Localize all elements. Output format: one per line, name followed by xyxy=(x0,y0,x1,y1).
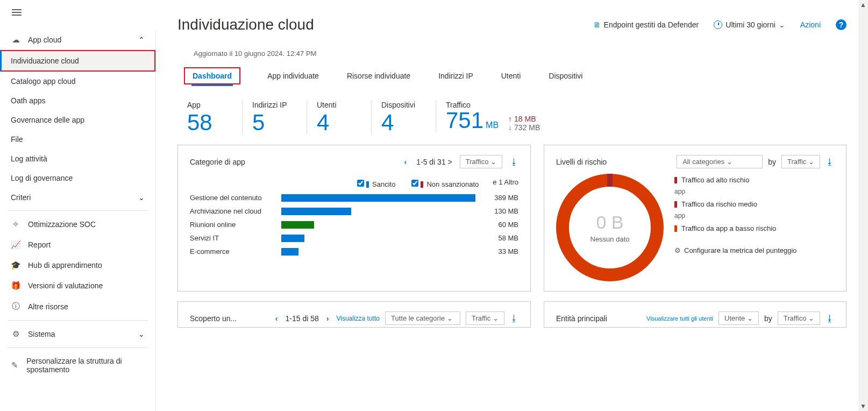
tab-dashboard[interactable]: Dashboard xyxy=(191,67,233,86)
bar-value: 33 MB xyxy=(481,247,518,256)
tab-dashboard-highlight: Dashboard xyxy=(184,67,240,84)
bar-track xyxy=(281,221,475,229)
download-icon[interactable]: ⭳ xyxy=(510,314,518,323)
stat-value: 4 xyxy=(381,111,419,134)
sidebar-item-label: Catalogo app cloud xyxy=(11,77,76,86)
bar-fill xyxy=(281,208,351,215)
scroll-down-icon[interactable]: ▼ xyxy=(859,401,867,411)
tab-utenti[interactable]: Utenti xyxy=(500,67,522,84)
sidebar-divider xyxy=(8,320,148,321)
sidebar-group-app-cloud[interactable]: ☁ App cloud ⌃ xyxy=(0,30,155,50)
view-all-link[interactable]: Visualizza tutto xyxy=(336,315,380,322)
tab-app-individuate[interactable]: App individuate xyxy=(266,67,320,84)
by-label: by xyxy=(768,158,776,166)
stat-ip[interactable]: Indirizzi IP 5 xyxy=(242,101,290,134)
risk-metric-select[interactable]: Traffic ⌄ xyxy=(781,155,820,168)
discovered-card: Scoperto un... ‹ 1-15 di 58 › Visualizza… xyxy=(177,301,531,328)
endpoint-label: Endpoint gestiti da Defender xyxy=(604,20,699,29)
bar-fill xyxy=(281,221,314,229)
risk-category-select[interactable]: All categories ⌄ xyxy=(677,155,763,168)
sidebar-item-label: Log di governance xyxy=(11,174,73,182)
download-icon[interactable]: ⭳ xyxy=(510,157,518,167)
sidebar-item-sistema[interactable]: ⚙ Sistema ⌄ xyxy=(0,324,155,344)
sidebar-item-label: Governance delle app xyxy=(11,116,84,124)
actions-menu[interactable]: Azioni xyxy=(800,20,821,29)
configure-score-link[interactable]: Configurare la metrica del punteggio xyxy=(674,244,797,257)
sort-select[interactable]: Traffico ⌄ xyxy=(460,155,502,168)
tab-risorse-individuate[interactable]: Risorse individuate xyxy=(346,67,411,84)
sidebar-item-altre-risorse[interactable]: ⓘ Altre risorse xyxy=(0,296,155,317)
bar-track xyxy=(281,208,475,215)
risk-high-label: Traffico ad alto rischio xyxy=(674,174,797,186)
chevron-down-icon: ⌄ xyxy=(138,193,145,202)
sidebar-item-oath-apps[interactable]: Oath apps xyxy=(0,91,155,110)
help-icon[interactable]: ? xyxy=(836,19,846,30)
traffic-upload: ↑18 MB xyxy=(508,115,540,123)
sidebar-item-file[interactable]: File xyxy=(0,130,155,149)
stat-label: Utenti xyxy=(317,101,355,109)
timerange-selector[interactable]: Ultimi 30 giorni ⌄ xyxy=(714,20,785,29)
sidebar-item-report[interactable]: 📈 Report xyxy=(0,235,155,255)
sidebar-item-individuazione-cloud[interactable]: Individuazione cloud xyxy=(0,50,155,72)
pager-prev[interactable]: ‹ xyxy=(273,314,280,323)
tab-indirizzi-ip[interactable]: Indirizzi IP xyxy=(437,67,474,84)
donut-value: 0 B xyxy=(596,212,623,233)
legend-non-sanzionato[interactable]: Non ssanzionato xyxy=(409,178,479,188)
sidebar-item-governance-app[interactable]: Governance delle app xyxy=(0,110,155,130)
sidebar-item-criteri[interactable]: Criteri ⌄ xyxy=(0,188,155,207)
gift-icon: 🎁 xyxy=(11,281,20,290)
sidebar-item-versioni-valutazione[interactable]: 🎁 Versioni di valutazione xyxy=(0,275,155,296)
stat-users[interactable]: Utenti 4 xyxy=(307,101,355,134)
pager-text: 1-5 di 31 > xyxy=(416,158,452,166)
sidebar-item-label: Log attività xyxy=(11,154,47,163)
vertical-scrollbar[interactable]: ▲ ▼ xyxy=(858,0,868,411)
sidebar-item-personalizza-nav[interactable]: ✎ Personalizzare la struttura di spostam… xyxy=(0,351,155,379)
pager-prev[interactable]: ‹ xyxy=(402,158,409,166)
discovered-metric-select[interactable]: Traffic ⌄ xyxy=(466,311,504,325)
bar-track xyxy=(281,235,475,242)
bar-value: 58 MB xyxy=(481,234,518,242)
legend-checkbox-sancito[interactable] xyxy=(357,180,364,187)
sidebar-item-hub-apprendimento[interactable]: 🎓 Hub di apprendimento xyxy=(0,255,155,275)
sidebar-item-ottimizzazione-soc[interactable]: ✧ Ottimizzazione SOC xyxy=(0,214,155,235)
sidebar-item-catalogo[interactable]: Catalogo app cloud xyxy=(0,72,155,91)
entity-type-select[interactable]: Utente ⌄ xyxy=(718,311,759,325)
stat-label: Indirizzi IP xyxy=(252,101,290,109)
entity-metric-select[interactable]: Traffico ⌄ xyxy=(778,311,820,325)
report-icon: 🗎 xyxy=(593,20,601,29)
bar-row[interactable]: Gestione del contenuto389 MB xyxy=(190,194,518,202)
sidebar-item-label: Personalizzare la struttura di spostamen… xyxy=(26,357,145,374)
chevron-down-icon: ⌄ xyxy=(808,314,814,322)
categories-card: Categorie di app ‹ 1-5 di 31 > Traffico … xyxy=(177,145,531,292)
donut-chart: 0 B Nessun dato xyxy=(556,174,664,281)
discovered-category-select[interactable]: Tutte le categorie ⌄ xyxy=(385,311,460,325)
download-icon[interactable]: ⭳ xyxy=(826,314,834,323)
stat-devices[interactable]: Dispositivi 4 xyxy=(371,101,419,134)
scroll-up-icon[interactable]: ▲ xyxy=(859,0,867,10)
download-icon[interactable]: ⭳ xyxy=(826,157,834,167)
pager-next[interactable]: › xyxy=(324,314,331,323)
sidebar-item-log-governance[interactable]: Log di governance xyxy=(0,168,155,188)
bar-value: 130 MB xyxy=(481,207,518,215)
sidebar-item-label: Sistema xyxy=(28,330,55,338)
view-all-users-link[interactable]: Visualizzare tutti gli utenti xyxy=(646,315,713,322)
bar-row[interactable]: Servizi IT58 MB xyxy=(190,234,518,242)
hamburger-menu-icon[interactable] xyxy=(12,8,22,17)
endpoint-selector[interactable]: 🗎 Endpoint gestiti da Defender xyxy=(593,20,699,29)
legend-checkbox-nonsanz[interactable] xyxy=(411,180,418,187)
stat-app[interactable]: App 58 xyxy=(177,101,226,134)
sidebar-item-log-attivita[interactable]: Log attività xyxy=(0,149,155,168)
sidebar-item-label: Report xyxy=(28,240,51,249)
bar-label: E-commerce xyxy=(190,247,281,256)
by-label: by xyxy=(764,314,772,323)
legend-sancito[interactable]: Sancito xyxy=(355,178,395,188)
bar-label: Riunioni online xyxy=(190,221,281,229)
tab-dispositivi[interactable]: Dispositivi xyxy=(547,67,584,84)
stat-traffic[interactable]: Traffico 751MB ↑18 MB ↓732 MB xyxy=(436,101,540,132)
bar-row[interactable]: Riunioni online60 MB xyxy=(190,221,518,229)
bar-row[interactable]: Archiviazione nel cloud130 MB xyxy=(190,207,518,215)
bar-row[interactable]: E-commerce33 MB xyxy=(190,247,518,256)
gear-icon: ⚙ xyxy=(11,329,20,339)
entities-card: Entità principali Visualizzare tutti gli… xyxy=(544,301,846,328)
cloud-icon: ☁ xyxy=(11,35,20,45)
